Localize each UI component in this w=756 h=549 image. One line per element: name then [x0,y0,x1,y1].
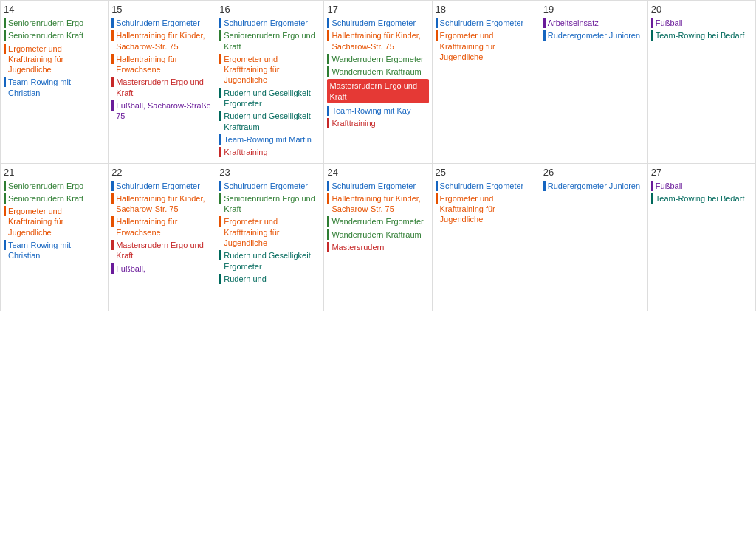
event-color-bar [219,193,221,204]
event[interactable]: Rudern und Geselligkeit Ergometer [219,250,320,272]
event-text: Seniorenrudern Kraft [8,30,83,41]
event-text: Team-Rowing mit Christian [8,240,105,261]
event-color-bar [4,193,6,204]
event[interactable]: Mastersrudern [327,242,428,252]
event[interactable]: Hallentraining für Kinder, Sacharow-Str.… [327,193,428,215]
event-text: Mastersrudern Ergo und Kraft [116,77,213,98]
event[interactable]: Ergometer und Krafttraining für Jugendli… [4,206,105,238]
event[interactable]: Hallentraining für Erwachsene [111,216,213,238]
event-text: Fußball [656,18,683,28]
event-text: Team-Rowing mit Kay [331,106,410,116]
event[interactable]: Team-Rowing bei Bedarf [651,193,752,204]
event[interactable]: Fußball [651,18,752,28]
event[interactable]: Mastersrudern Ergo und Kraft [111,240,213,261]
event[interactable]: Ergometer und Krafttraining für Jugendli… [219,54,320,86]
event[interactable]: Team-Rowing mit Christian [4,240,105,261]
event-color-bar [111,18,114,28]
event-color-bar [651,18,653,28]
event[interactable]: Seniorenrudern Ergo und Kraft [219,30,320,52]
event[interactable]: Krafttraining [327,118,428,128]
event[interactable]: Arbeitseinsatz [543,18,645,28]
event-color-bar [111,77,114,87]
event-color-bar [219,147,221,157]
event-text: Schulrudern Ergometer [116,18,200,28]
event-text: Ergometer und Krafttraining für Jugendli… [224,54,320,86]
event[interactable]: Ruderergometer Junioren [543,30,645,41]
event[interactable]: Schulrudern Ergometer [111,18,213,28]
event-text: Rudern und Geselligkeit Ergometer [224,88,320,109]
event-color-bar [111,193,114,204]
event[interactable]: Ruderergometer Junioren [543,181,645,191]
event-color-bar [543,181,546,191]
event[interactable]: Ergometer und Krafttraining für Jugendli… [436,193,537,225]
day-number: 21 [4,167,105,178]
event-text: Ergometer und Krafttraining für Jugendli… [224,216,320,248]
calendar-grid: 14Seniorenrudern ErgoSeniorenrudern Kraf… [0,0,756,311]
event[interactable]: Hallentraining für Kinder, Sacharow-Str.… [111,30,213,52]
event-color-bar [4,181,6,191]
day-number: 15 [111,4,213,15]
event[interactable]: Team-Rowing mit Christian [4,77,105,98]
event[interactable]: Schulrudern Ergometer [111,181,213,191]
event[interactable]: Ergometer und Krafttraining für Jugendli… [4,44,105,75]
event[interactable]: Schulrudern Ergometer [219,181,320,191]
event-text: Schulrudern Ergometer [224,181,308,191]
event[interactable]: Hallentraining für Kinder, Sacharow-Str.… [111,193,213,215]
event-text: Hallentraining für Erwachsene [116,54,213,75]
event-color-bar [327,229,329,240]
day-cell: 23Schulrudern ErgometerSeniorenrudern Er… [216,164,324,311]
event[interactable]: Ergometer und Krafttraining für Jugendli… [436,30,537,62]
event-color-bar [219,54,221,64]
event-color-bar [219,250,221,260]
day-number: 24 [327,167,428,178]
event[interactable]: Wanderrudern Ergometer [327,216,428,227]
event[interactable]: Seniorenrudern Kraft [4,30,105,41]
event[interactable]: Schulrudern Ergometer [436,181,537,191]
event[interactable]: Seniorenrudern Kraft [4,193,105,204]
event[interactable]: Seniorenrudern Ergo und Kraft [219,193,320,215]
event-text: Krafttraining [224,147,267,157]
event-color-bar [651,30,653,41]
event[interactable]: Krafttraining [219,147,320,157]
event-text: Schulrudern Ergometer [224,18,308,28]
event[interactable]: Fußball, [111,263,213,274]
event-text: Mastersrudern Ergo und Kraft [116,240,213,261]
event-color-bar [436,30,438,41]
event[interactable]: Team-Rowing bei Bedarf [651,30,752,41]
event-color-bar [327,18,329,28]
event-color-bar [111,54,114,64]
event[interactable]: Wanderrudern Ergometer [327,54,428,64]
event[interactable]: Seniorenrudern Ergo [4,18,105,28]
event[interactable]: Wanderrudern Kraftraum [327,229,428,240]
event[interactable]: Schulrudern Ergometer [327,18,428,28]
day-cell: 24Schulrudern ErgometerHallentraining fü… [324,164,432,311]
day-number: 23 [219,167,320,178]
event-text: Wanderrudern Kraftraum [331,229,421,240]
event[interactable]: Rudern und [219,274,320,284]
event[interactable]: Team-Rowing mit Kay [327,106,428,116]
event-text: Schulrudern Ergometer [331,18,416,28]
event-color-bar [219,134,221,145]
event[interactable]: Rudern und Geselligkeit Ergometer [219,88,320,109]
event-text: Seniorenrudern Ergo und Kraft [224,193,320,215]
event[interactable]: Fußball, Sacharow-Straße 75 [111,100,213,122]
event[interactable]: Wanderrudern Kraftraum [327,66,428,77]
event[interactable]: Rudern und Geselligkeit Kraftraum [219,111,320,132]
event[interactable]: Seniorenrudern Ergo [4,181,105,191]
event-text: Schulrudern Ergometer [440,181,524,191]
event-color-bar [327,106,329,116]
event[interactable]: Mastersrudern Ergo und Kraft [111,77,213,98]
event[interactable]: Mastersrudern Ergo und Kraft [327,79,428,103]
event[interactable]: Schulrudern Ergometer [327,181,428,191]
event[interactable]: Schulrudern Ergometer [436,18,537,28]
event[interactable]: Ergometer und Krafttraining für Jugendli… [219,216,320,248]
event[interactable]: Hallentraining für Erwachsene [111,54,213,75]
event-color-bar [111,263,114,274]
event-color-bar [4,206,6,216]
event[interactable]: Schulrudern Ergometer [219,18,320,28]
day-cell: 15Schulrudern ErgometerHallentraining fü… [109,1,216,164]
event[interactable]: Team-Rowing mit Martin [219,134,320,145]
event-color-bar [219,18,221,28]
event[interactable]: Hallentraining für Kinder, Sacharow-Str.… [327,30,428,52]
event[interactable]: Fußball [651,181,752,191]
